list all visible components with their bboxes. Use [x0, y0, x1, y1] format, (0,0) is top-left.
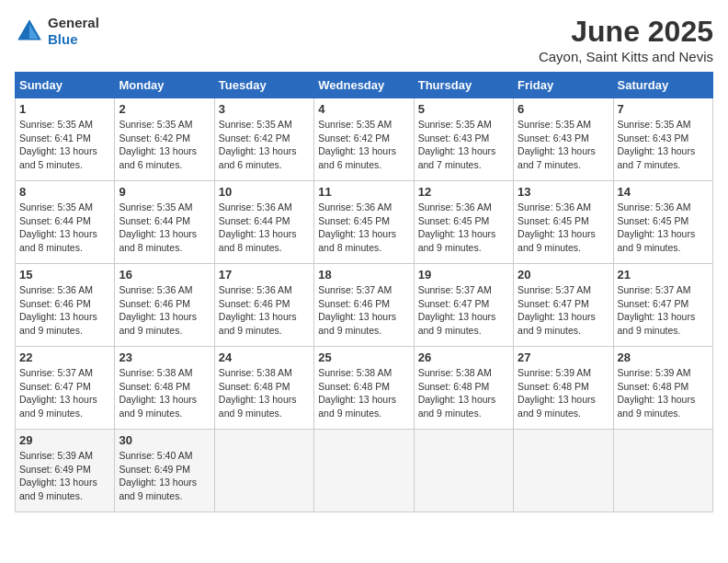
calendar-cell: 30 Sunrise: 5:40 AM Sunset: 6:49 PM Dayl…	[115, 430, 214, 512]
day-number: 25	[318, 350, 409, 364]
calendar-header-sunday: Sunday	[16, 73, 115, 98]
title-area: June 2025 Cayon, Saint Kitts and Nevis	[539, 15, 713, 64]
calendar-cell: 22 Sunrise: 5:37 AM Sunset: 6:47 PM Dayl…	[16, 347, 115, 430]
day-info: Sunrise: 5:36 AM Sunset: 6:45 PM Dayligh…	[318, 201, 409, 255]
calendar-cell: 11 Sunrise: 5:36 AM Sunset: 6:45 PM Dayl…	[314, 181, 414, 264]
day-number: 15	[19, 268, 110, 282]
day-number: 12	[418, 185, 509, 199]
calendar-cell	[314, 430, 414, 512]
day-number: 8	[19, 185, 110, 199]
calendar-cell: 18 Sunrise: 5:37 AM Sunset: 6:46 PM Dayl…	[314, 264, 414, 347]
day-number: 7	[618, 102, 709, 116]
calendar-cell	[613, 430, 712, 512]
day-number: 28	[618, 350, 709, 364]
day-number: 4	[318, 102, 409, 116]
calendar-cell: 29 Sunrise: 5:39 AM Sunset: 6:49 PM Dayl…	[16, 430, 115, 512]
calendar-cell: 28 Sunrise: 5:39 AM Sunset: 6:48 PM Dayl…	[613, 347, 712, 430]
calendar-header-thursday: Thursday	[414, 73, 513, 98]
day-info: Sunrise: 5:36 AM Sunset: 6:45 PM Dayligh…	[518, 201, 609, 255]
calendar-cell: 15 Sunrise: 5:36 AM Sunset: 6:46 PM Dayl…	[16, 264, 115, 347]
day-number: 19	[418, 268, 509, 282]
calendar-cell: 19 Sunrise: 5:37 AM Sunset: 6:47 PM Dayl…	[414, 264, 513, 347]
day-info: Sunrise: 5:38 AM Sunset: 6:48 PM Dayligh…	[219, 366, 310, 420]
logo-text: General Blue	[48, 15, 99, 48]
day-info: Sunrise: 5:37 AM Sunset: 6:47 PM Dayligh…	[518, 283, 609, 338]
calendar-header-row: SundayMondayTuesdayWednesdayThursdayFrid…	[16, 73, 713, 98]
day-info: Sunrise: 5:36 AM Sunset: 6:46 PM Dayligh…	[119, 283, 210, 338]
calendar-cell: 16 Sunrise: 5:36 AM Sunset: 6:46 PM Dayl…	[115, 264, 214, 347]
calendar-cell: 9 Sunrise: 5:35 AM Sunset: 6:44 PM Dayli…	[115, 181, 214, 264]
day-info: Sunrise: 5:37 AM Sunset: 6:47 PM Dayligh…	[418, 283, 509, 338]
calendar-week-1: 1 Sunrise: 5:35 AM Sunset: 6:41 PM Dayli…	[16, 98, 713, 181]
day-number: 30	[119, 433, 210, 447]
day-info: Sunrise: 5:39 AM Sunset: 6:49 PM Dayligh…	[19, 449, 110, 503]
calendar-week-4: 22 Sunrise: 5:37 AM Sunset: 6:47 PM Dayl…	[16, 347, 713, 430]
calendar-cell	[214, 430, 313, 512]
day-info: Sunrise: 5:39 AM Sunset: 6:48 PM Dayligh…	[518, 366, 609, 420]
day-info: Sunrise: 5:36 AM Sunset: 6:44 PM Dayligh…	[219, 201, 310, 255]
day-number: 5	[418, 102, 509, 116]
day-info: Sunrise: 5:35 AM Sunset: 6:44 PM Dayligh…	[119, 201, 210, 255]
day-info: Sunrise: 5:37 AM Sunset: 6:47 PM Dayligh…	[618, 283, 709, 338]
day-info: Sunrise: 5:35 AM Sunset: 6:42 PM Dayligh…	[219, 118, 310, 172]
day-number: 10	[219, 185, 310, 199]
calendar-header-tuesday: Tuesday	[214, 73, 313, 98]
logo-blue: Blue	[48, 31, 78, 47]
day-info: Sunrise: 5:36 AM Sunset: 6:46 PM Dayligh…	[219, 283, 310, 338]
day-number: 17	[219, 268, 310, 282]
day-number: 21	[618, 268, 709, 282]
day-number: 11	[318, 185, 409, 199]
day-number: 24	[219, 350, 310, 364]
calendar-cell: 14 Sunrise: 5:36 AM Sunset: 6:45 PM Dayl…	[613, 181, 712, 264]
day-info: Sunrise: 5:35 AM Sunset: 6:43 PM Dayligh…	[418, 118, 509, 172]
day-info: Sunrise: 5:37 AM Sunset: 6:47 PM Dayligh…	[19, 366, 110, 420]
calendar-cell: 5 Sunrise: 5:35 AM Sunset: 6:43 PM Dayli…	[414, 98, 513, 181]
day-info: Sunrise: 5:35 AM Sunset: 6:43 PM Dayligh…	[518, 118, 609, 172]
day-number: 26	[418, 350, 509, 364]
day-number: 1	[19, 102, 110, 116]
calendar-cell: 12 Sunrise: 5:36 AM Sunset: 6:45 PM Dayl…	[414, 181, 513, 264]
day-number: 27	[518, 350, 609, 364]
day-info: Sunrise: 5:36 AM Sunset: 6:45 PM Dayligh…	[418, 201, 509, 255]
calendar-cell: 27 Sunrise: 5:39 AM Sunset: 6:48 PM Dayl…	[514, 347, 613, 430]
calendar-cell: 21 Sunrise: 5:37 AM Sunset: 6:47 PM Dayl…	[613, 264, 712, 347]
calendar-cell: 6 Sunrise: 5:35 AM Sunset: 6:43 PM Dayli…	[514, 98, 613, 181]
day-info: Sunrise: 5:35 AM Sunset: 6:43 PM Dayligh…	[618, 118, 709, 172]
logo-icon	[15, 17, 44, 46]
logo-general: General	[48, 15, 99, 30]
calendar-week-5: 29 Sunrise: 5:39 AM Sunset: 6:49 PM Dayl…	[16, 430, 713, 512]
day-info: Sunrise: 5:36 AM Sunset: 6:45 PM Dayligh…	[618, 201, 709, 255]
calendar-cell: 8 Sunrise: 5:35 AM Sunset: 6:44 PM Dayli…	[16, 181, 115, 264]
day-info: Sunrise: 5:40 AM Sunset: 6:49 PM Dayligh…	[119, 449, 210, 503]
calendar-week-3: 15 Sunrise: 5:36 AM Sunset: 6:46 PM Dayl…	[16, 264, 713, 347]
calendar-week-2: 8 Sunrise: 5:35 AM Sunset: 6:44 PM Dayli…	[16, 181, 713, 264]
calendar-cell	[514, 430, 613, 512]
calendar-cell: 23 Sunrise: 5:38 AM Sunset: 6:48 PM Dayl…	[115, 347, 214, 430]
calendar-header-wednesday: Wednesday	[314, 73, 414, 98]
day-number: 20	[518, 268, 609, 282]
calendar-cell: 24 Sunrise: 5:38 AM Sunset: 6:48 PM Dayl…	[214, 347, 313, 430]
day-info: Sunrise: 5:39 AM Sunset: 6:48 PM Dayligh…	[618, 366, 709, 420]
calendar-cell: 13 Sunrise: 5:36 AM Sunset: 6:45 PM Dayl…	[514, 181, 613, 264]
calendar-header-monday: Monday	[115, 73, 214, 98]
day-number: 18	[318, 268, 409, 282]
calendar-cell: 26 Sunrise: 5:38 AM Sunset: 6:48 PM Dayl…	[414, 347, 513, 430]
day-number: 2	[119, 102, 210, 116]
day-number: 3	[219, 102, 310, 116]
day-number: 16	[119, 268, 210, 282]
calendar-cell: 25 Sunrise: 5:38 AM Sunset: 6:48 PM Dayl…	[314, 347, 414, 430]
day-number: 9	[119, 185, 210, 199]
calendar-cell: 10 Sunrise: 5:36 AM Sunset: 6:44 PM Dayl…	[214, 181, 313, 264]
calendar-cell: 17 Sunrise: 5:36 AM Sunset: 6:46 PM Dayl…	[214, 264, 313, 347]
calendar-cell: 3 Sunrise: 5:35 AM Sunset: 6:42 PM Dayli…	[214, 98, 313, 181]
header: General Blue June 2025 Cayon, Saint Kitt…	[15, 15, 713, 64]
calendar-cell: 1 Sunrise: 5:35 AM Sunset: 6:41 PM Dayli…	[16, 98, 115, 181]
svg-marker-1	[29, 24, 39, 39]
day-number: 13	[518, 185, 609, 199]
calendar-cell: 7 Sunrise: 5:35 AM Sunset: 6:43 PM Dayli…	[613, 98, 712, 181]
day-info: Sunrise: 5:35 AM Sunset: 6:44 PM Dayligh…	[19, 201, 110, 255]
calendar-cell: 4 Sunrise: 5:35 AM Sunset: 6:42 PM Dayli…	[314, 98, 414, 181]
day-info: Sunrise: 5:38 AM Sunset: 6:48 PM Dayligh…	[418, 366, 509, 420]
day-info: Sunrise: 5:35 AM Sunset: 6:42 PM Dayligh…	[318, 118, 409, 172]
month-title: June 2025	[539, 15, 713, 49]
